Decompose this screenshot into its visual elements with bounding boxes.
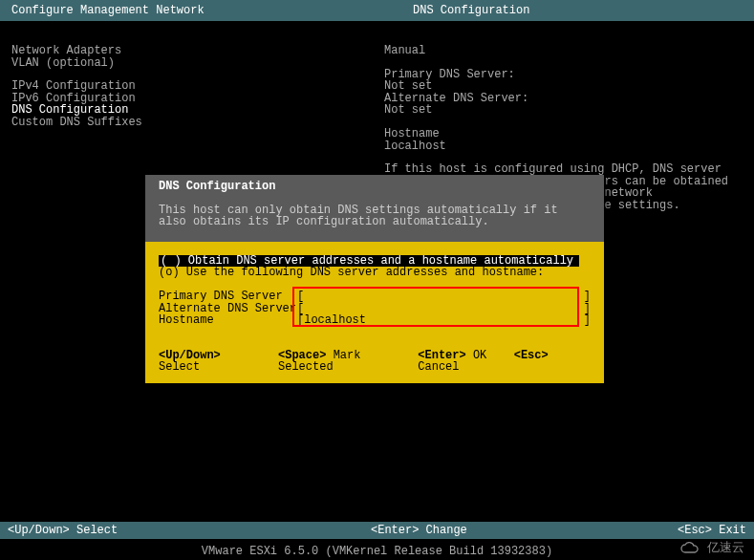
watermark: 亿速云 (679, 541, 744, 555)
dialog-footer: <Up/Down> Select <Space> Mark Selected <… (145, 340, 604, 383)
alternate-dns-value: Not set (384, 104, 743, 117)
menu-ipv4[interactable]: IPv4 Configuration (11, 80, 384, 93)
menu-vlan[interactable]: VLAN (optional) (11, 57, 384, 70)
title-right: DNS Configuration (413, 5, 743, 17)
titlebar: Configure Management Network DNS Configu… (0, 0, 754, 21)
footer-bar: <Up/Down> Select <Enter> Change <Esc> Ex… (0, 522, 754, 539)
hint-space: <Space> Mark Selected (278, 350, 418, 374)
title-left: Configure Management Network (11, 5, 413, 17)
primary-dns-value: Not set (384, 80, 743, 93)
hostname-label: Hostname (384, 128, 743, 140)
footer-hint-change: <Enter> Change (371, 525, 651, 537)
menu-network-adapters[interactable]: Network Adapters (11, 45, 384, 57)
dialog-title: DNS Configuration (159, 181, 591, 193)
hostname-value: localhost (384, 140, 743, 153)
alternate-dns-label: Alternate DNS Server: (384, 93, 743, 105)
dialog-header: DNS Configuration This host can only obt… (145, 175, 604, 242)
footer-hint-select: <Up/Down> Select (8, 525, 371, 537)
primary-dns-label: Primary DNS Server: (384, 69, 743, 81)
footer-hint-exit: <Esc> Exit (651, 525, 746, 537)
hint-updown: <Up/Down> Select (159, 350, 265, 374)
hostname-field[interactable]: [ localhost] (297, 314, 591, 327)
hostname-field-label: Hostname (159, 314, 297, 327)
dns-config-dialog: DNS Configuration This host can only obt… (145, 175, 604, 383)
option-manual-dns[interactable]: (o) Use the following DNS server address… (159, 267, 591, 279)
dialog-description: This host can only obtain DNS settings a… (159, 205, 591, 228)
primary-dns-field[interactable]: [ ] (297, 291, 591, 303)
primary-dns-field-label: Primary DNS Server (159, 291, 297, 303)
version-string: VMware ESXi 6.5.0 (VMKernel Release Buil… (0, 546, 754, 558)
cloud-icon (679, 542, 703, 555)
dialog-body: ( ) Obtain DNS server addresses and a ho… (145, 242, 604, 340)
menu-custom-dns-suffixes[interactable]: Custom DNS Suffixes (11, 117, 384, 129)
right-heading: Manual (384, 45, 743, 57)
